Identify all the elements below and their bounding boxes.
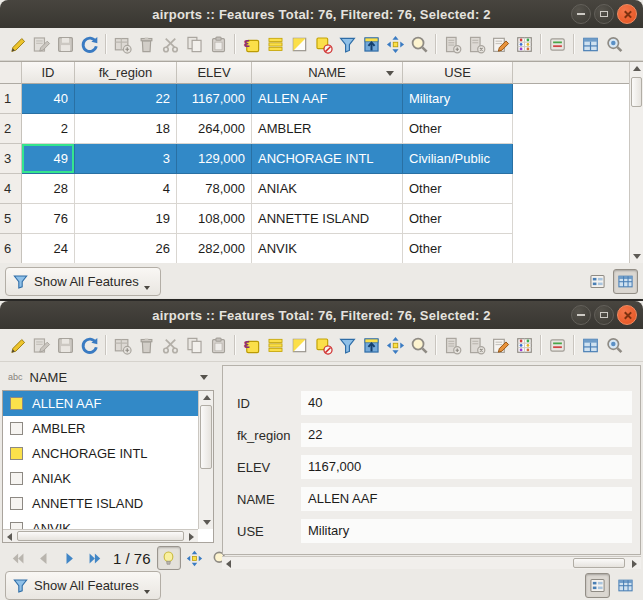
cell[interactable]: 129,000: [177, 144, 252, 174]
corner-header[interactable]: [0, 62, 22, 84]
minimize-button[interactable]: [571, 4, 591, 24]
cell[interactable]: 76: [22, 204, 75, 234]
last-feature-button[interactable]: [83, 546, 107, 570]
preview-field-selector[interactable]: abc NAME: [2, 365, 214, 389]
cell[interactable]: 49: [22, 144, 75, 174]
feature-list-vertical-scrollbar[interactable]: [198, 391, 213, 529]
scrollbar-thumb[interactable]: [200, 405, 212, 469]
cell[interactable]: Civilian/Public: [403, 144, 513, 174]
field-input-NAME[interactable]: ALLEN AAF: [301, 487, 632, 511]
cell[interactable]: ALLEN AAF: [252, 84, 403, 114]
zoom-to-selection-button[interactable]: [407, 31, 431, 57]
show-all-features-button[interactable]: Show All Features: [5, 571, 161, 600]
reload-table-button[interactable]: [77, 332, 101, 358]
reload-table-button[interactable]: [77, 31, 101, 57]
scroll-up-arrow[interactable]: [200, 391, 213, 404]
select-by-expression-button[interactable]: ε: [239, 31, 263, 57]
close-button[interactable]: [617, 305, 637, 325]
field-input-ELEV[interactable]: 1167,000: [301, 455, 632, 479]
scrollbar-thumb[interactable]: [17, 531, 184, 541]
cell[interactable]: Other: [403, 234, 513, 263]
move-selection-top-button[interactable]: [359, 31, 383, 57]
feature-list-item[interactable]: AMBLER: [3, 416, 198, 441]
feature-list-item[interactable]: ANIAK: [3, 466, 198, 491]
column-header-NAME[interactable]: NAME: [252, 62, 403, 84]
scroll-down-arrow[interactable]: [200, 516, 213, 529]
column-header-fk_region[interactable]: fk_region: [75, 62, 177, 84]
minimize-button[interactable]: [571, 305, 591, 325]
table-actions-button[interactable]: [545, 332, 569, 358]
feature-list-item[interactable]: ANVIK: [3, 516, 198, 529]
deselect-all-button[interactable]: [311, 31, 335, 57]
dock-attribute-table-button[interactable]: [578, 332, 602, 358]
filter-select-form-button[interactable]: [335, 332, 359, 358]
row-number[interactable]: 4: [0, 174, 22, 204]
feature-list-horizontal-scrollbar[interactable]: [3, 529, 198, 542]
scroll-right-arrow[interactable]: [628, 557, 641, 570]
column-header-USE[interactable]: USE: [403, 62, 513, 84]
form-horizontal-scrollbar[interactable]: [222, 556, 641, 569]
highlight-feature-button[interactable]: [157, 546, 181, 570]
select-all-button[interactable]: [263, 31, 287, 57]
titlebar[interactable]: airports :: Features Total: 76, Filtered…: [0, 301, 643, 329]
select-all-button[interactable]: [263, 332, 287, 358]
next-feature-button[interactable]: [57, 546, 81, 570]
invert-selection-button[interactable]: [287, 31, 311, 57]
open-field-calculator-button[interactable]: [488, 332, 512, 358]
cell[interactable]: ANNETTE ISLAND: [252, 204, 403, 234]
cell[interactable]: ANCHORAGE INTL: [252, 144, 403, 174]
scroll-right-arrow[interactable]: [185, 530, 198, 543]
field-input-fk_region[interactable]: 22: [301, 423, 632, 447]
cell[interactable]: 28: [22, 174, 75, 204]
scrollbar-thumb[interactable]: [573, 558, 625, 568]
cell[interactable]: 3: [75, 144, 177, 174]
feature-list-item[interactable]: ANCHORAGE INTL: [3, 441, 198, 466]
cell[interactable]: ANIAK: [252, 174, 403, 204]
maximize-button[interactable]: [594, 305, 614, 325]
table-settings-button[interactable]: [602, 332, 626, 358]
table-settings-button[interactable]: [602, 31, 626, 57]
vertical-scrollbar[interactable]: [629, 62, 643, 263]
toggle-editing-button[interactable]: [5, 332, 29, 358]
scroll-left-arrow[interactable]: [222, 557, 235, 570]
form-view-toggle-button[interactable]: [585, 269, 610, 294]
invert-selection-button[interactable]: [287, 332, 311, 358]
conditional-formatting-button[interactable]: [512, 31, 536, 57]
table-view-toggle-button[interactable]: [613, 269, 638, 294]
show-all-features-button[interactable]: Show All Features: [5, 267, 161, 296]
select-by-expression-button[interactable]: ε: [239, 332, 263, 358]
row-number[interactable]: 1: [0, 84, 22, 114]
scrollbar-thumb[interactable]: [631, 77, 642, 107]
cell[interactable]: Other: [403, 114, 513, 144]
toggle-editing-button[interactable]: [5, 31, 29, 57]
column-header-ID[interactable]: ID: [22, 62, 75, 84]
row-number[interactable]: 2: [0, 114, 22, 144]
move-selection-top-button[interactable]: [359, 332, 383, 358]
cell[interactable]: 108,000: [177, 204, 252, 234]
conditional-formatting-button[interactable]: [512, 332, 536, 358]
scroll-down-arrow[interactable]: [630, 250, 643, 263]
table-view-toggle-button[interactable]: [613, 573, 638, 598]
dock-attribute-table-button[interactable]: [578, 31, 602, 57]
maximize-button[interactable]: [594, 4, 614, 24]
cell[interactable]: 24: [22, 234, 75, 263]
scroll-left-arrow[interactable]: [3, 530, 16, 543]
table-actions-button[interactable]: [545, 31, 569, 57]
cell[interactable]: Military: [403, 84, 513, 114]
pan-to-feature-button[interactable]: [183, 546, 207, 570]
scroll-up-arrow[interactable]: [630, 62, 643, 75]
form-view-toggle-button[interactable]: [585, 573, 610, 598]
cell[interactable]: AMBLER: [252, 114, 403, 144]
cell[interactable]: Other: [403, 174, 513, 204]
row-number[interactable]: 5: [0, 204, 22, 234]
cell[interactable]: 26: [75, 234, 177, 263]
cell[interactable]: 264,000: [177, 114, 252, 144]
cell[interactable]: 22: [75, 84, 177, 114]
column-header-ELEV[interactable]: ELEV: [177, 62, 252, 84]
field-input-ID[interactable]: 40: [301, 391, 632, 415]
zoom-to-selection-button[interactable]: [407, 332, 431, 358]
cell[interactable]: 1167,000: [177, 84, 252, 114]
open-field-calculator-button[interactable]: [488, 31, 512, 57]
titlebar[interactable]: airports :: Features Total: 76, Filtered…: [0, 0, 643, 28]
cell[interactable]: Other: [403, 204, 513, 234]
